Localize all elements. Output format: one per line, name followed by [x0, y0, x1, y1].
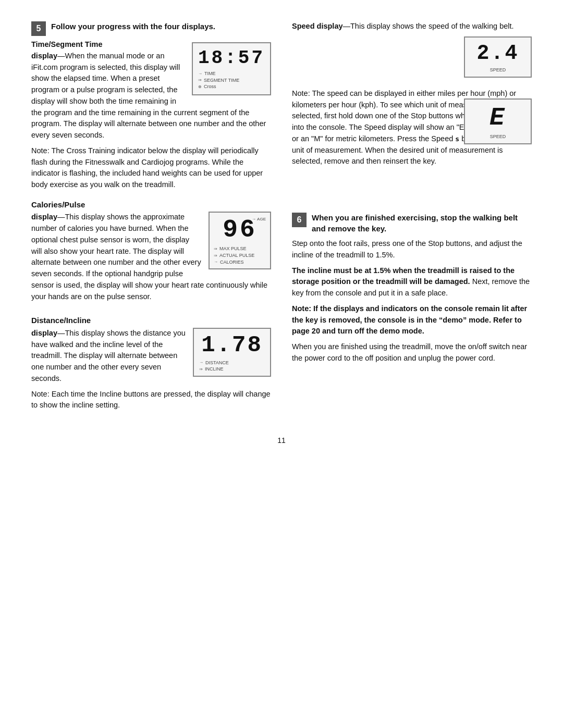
cross-label-row: ⊕ Cross: [198, 84, 265, 90]
speed-label2: SPEED: [470, 134, 525, 139]
max-pulse-label: MAX PULSE: [219, 246, 247, 252]
speed-display1-wrapper: 2.4 SPEED: [292, 36, 532, 83]
time-arrow-icon: [198, 71, 202, 77]
page-content: 5 Follow your progress with the four dis…: [31, 21, 532, 445]
time-display-value: 18:57: [198, 47, 265, 69]
step5-header: 5 Follow your progress with the four dis…: [31, 21, 271, 36]
cal-dash: —: [57, 213, 65, 221]
calories-display-box: 96 → AGE MAX PULSE ACT: [209, 212, 271, 269]
step6-note-bold: Note: If the displays and indicators on …: [292, 304, 527, 336]
cross-arrow-icon: ⊕: [198, 84, 202, 90]
distance-section: 1.78 DISTANCE INCLINE: [31, 328, 271, 415]
step6-number: 6: [292, 213, 307, 227]
time-display-box: 18:57 TIME SEGMENT TIME ⊕: [192, 39, 271, 98]
time-segment-section: 18:57 TIME SEGMENT TIME ⊕: [31, 39, 271, 145]
calories-arrow-icon: [214, 260, 218, 265]
speed-button-label: s: [455, 135, 459, 143]
calories-heading: Calories/Pulse: [31, 199, 271, 211]
left-column: 5 Follow your progress with the four dis…: [31, 21, 271, 415]
max-pulse-label-row: MAX PULSE: [214, 246, 266, 252]
speed-heading: Speed display: [292, 22, 343, 30]
step5-number: 5: [31, 21, 46, 36]
segment-label: SEGMENT TIME: [204, 78, 239, 84]
age-arrow-icon: →: [252, 217, 256, 221]
distance-heading: Distance/Incline: [31, 315, 271, 327]
time-display-bold: display: [31, 52, 57, 60]
cross-label: Cross: [204, 84, 216, 90]
speed-value1: 2.4: [470, 42, 525, 65]
cal-display-bold: display: [31, 213, 57, 221]
distance-display-box: 1.78 DISTANCE INCLINE: [193, 328, 271, 377]
speed-intro-para: Speed display—This display shows the spe…: [292, 21, 532, 32]
time-display-labels: TIME SEGMENT TIME ⊕ Cross: [198, 71, 265, 90]
speed-value2: E: [470, 104, 525, 132]
distance-label-row: DISTANCE: [199, 360, 265, 366]
dist-dash: —: [57, 329, 65, 337]
incline-arrow-icon: [199, 367, 203, 372]
actual-pulse-label-row: ACTUAL PULSE: [214, 253, 266, 259]
calories-section: 96 → AGE MAX PULSE ACT: [31, 212, 271, 306]
time-segment-heading: Time/Segment Time: [31, 40, 102, 48]
age-label: → AGE: [252, 217, 266, 221]
distance-value: 1.78: [199, 332, 265, 358]
calories-label: CALORIES: [220, 260, 244, 266]
distance-label: DISTANCE: [205, 360, 229, 366]
calories-label-row: CALORIES: [214, 260, 266, 266]
distance-section-heading-wrap: Distance/Incline: [31, 315, 271, 327]
page-number: 11: [31, 436, 532, 445]
distance-display-float: 1.78 DISTANCE INCLINE: [193, 328, 271, 377]
speed-display2-box: E SPEED: [464, 98, 532, 144]
cal-labels: MAX PULSE ACTUAL PULSE CALORIES: [214, 246, 266, 265]
step6-para1: Step onto the foot rails, press one of t…: [292, 238, 532, 261]
step6-para4: When you are finished using the treadmil…: [292, 341, 532, 364]
max-pulse-arrow-icon: [214, 246, 217, 252]
time-segment-note: Note: The Cross Training indicator below…: [31, 145, 271, 191]
time-label-row: TIME: [198, 71, 265, 77]
time-dash: —: [57, 52, 65, 60]
calories-section-heading: Calories/Pulse: [31, 199, 271, 211]
right-column: Speed display—This display shows the spe…: [292, 21, 532, 415]
speed-dash: —: [343, 22, 351, 30]
step6-header: 6 When you are finished exercising, stop…: [292, 212, 532, 234]
step5-title: Follow your progress with the four displ…: [51, 21, 215, 32]
distance-note: Note: Each time the Incline buttons are …: [31, 389, 271, 412]
step6-title: When you are finished exercising, stop t…: [312, 212, 532, 234]
distance-arrow-icon: [199, 360, 203, 365]
speed-label1: SPEED: [470, 67, 525, 72]
actual-pulse-arrow-icon: [214, 253, 217, 258]
dist-display-bold: display: [31, 329, 57, 337]
dist-labels: DISTANCE INCLINE: [199, 360, 265, 373]
step6-para3: Note: If the displays and indicators on …: [292, 303, 532, 337]
incline-label: INCLINE: [205, 366, 224, 373]
step6-para2: The incline must be at 1.5% when the tre…: [292, 265, 532, 299]
calories-display-float: 96 → AGE MAX PULSE ACT: [209, 212, 271, 269]
segment-arrow-icon: [198, 78, 202, 83]
actual-pulse-label: ACTUAL PULSE: [219, 253, 254, 259]
incline-label-row: INCLINE: [199, 366, 265, 373]
segment-label-row: SEGMENT TIME: [198, 78, 265, 84]
speed-display1-box: 2.4 SPEED: [464, 36, 532, 78]
speed-intro-text: This display shows the speed of the walk…: [350, 22, 514, 30]
time-label: TIME: [204, 71, 216, 77]
speed-section: Speed display—This display shows the spe…: [292, 21, 532, 150]
